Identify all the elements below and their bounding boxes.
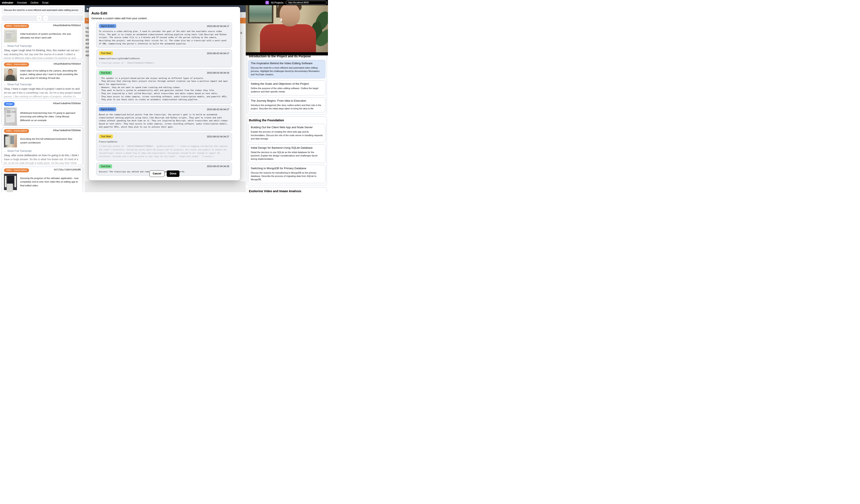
caption: Whiteboard brainstorming how I'm going t… (20, 111, 81, 123)
outline-card-desc: Discuss the need for a more efficient an… (251, 66, 323, 76)
prompt-input[interactable]: Discuss the need for a more efficient an… (2, 7, 83, 14)
entry-header: Agent Action 2023-08-03 04:34:27 (99, 107, 229, 111)
outline-card[interactable]: Switching to MongoDB for Primary Databas… (248, 165, 326, 183)
show-transcript-toggle[interactable]: ⌄ Show Full Transcript (4, 44, 81, 47)
tool-end-badge: Tool End (99, 71, 112, 75)
entry-header: Agent Action 2023-08-03 04:34:17 (99, 24, 229, 28)
chevron-down-icon: ⌄ (4, 150, 6, 152)
outline-group: Building the Foundation Building Out the… (247, 116, 327, 185)
sidebar-toolbar: ✦ + (2, 15, 83, 21)
outline-card-desc: Introduce the protagonist (the story out… (251, 103, 323, 110)
agent-action-badge: Agent Action (99, 107, 116, 111)
drag-handle-icon[interactable]: ⠿ (86, 19, 88, 22)
toggle-label: Show Full Transcript (7, 83, 31, 86)
entry-body: - The speaker is a project-based person … (99, 77, 229, 101)
all-projects-link[interactable]: All Projects (271, 1, 283, 4)
video-thumbnail[interactable] (4, 174, 17, 190)
auto-edit-modal: Auto Edit Generate a custom video edit f… (89, 7, 240, 180)
entry-header: Tool End 2023-08-03 04:34:29 (99, 164, 229, 168)
video-thumbnail[interactable] (4, 68, 17, 81)
content-card[interactable]: image 645ae67edbd644a7f350b0e6 Whiteboar… (2, 100, 83, 126)
person-torso (260, 24, 316, 54)
modal-subtitle: Generate a custom video edit from your c… (91, 17, 240, 20)
outline-card[interactable]: Building Out the Client Web App and Node… (248, 124, 326, 142)
outline-card-desc: Define the purpose of the video editing … (251, 87, 323, 93)
show-transcript-toggle[interactable]: ⌄ Show Full Transcript (4, 83, 81, 86)
content-card[interactable]: video - transcription 645ae5f5dbd644a7f3… (2, 61, 83, 99)
menu-script[interactable]: Script (42, 1, 48, 4)
tool-start-badge: Tool Start (99, 134, 113, 139)
caption: Initial brainstorm of system architectur… (20, 32, 81, 40)
close-icon[interactable]: X (240, 31, 242, 34)
entry-body: Based on the summarized bullet points fr… (99, 113, 229, 128)
generate-button[interactable]: ✦ (37, 16, 41, 21)
video-thumbnail[interactable] (4, 134, 17, 147)
image-thumbnail[interactable] (4, 107, 17, 126)
menu-annotate[interactable]: Annotate (17, 1, 27, 4)
outline-card-selected[interactable]: The Inspiration Behind the Video Editing… (248, 60, 326, 78)
content-id: 645ae5f5dbd644a7f350b0e4 (54, 62, 81, 65)
video-letterbox (246, 52, 328, 55)
video-thumbnail[interactable] (4, 29, 17, 42)
transcript-preview: Okay, I have a super rough idea of a pro… (4, 87, 81, 99)
timestamp: 2023-08-03 04:34:27 (207, 135, 229, 138)
card-header: video - transcription 6471755cc716847e25… (4, 168, 81, 172)
menu-bar: vidmaker Annotate Outline Script ✦ All P… (0, 0, 328, 5)
outline-card-desc: Detail the decision to use SQLite as the… (251, 150, 323, 161)
agent-action-badge: Agent Action (99, 24, 116, 28)
chevron-down-icon: ⌄ (4, 45, 6, 47)
content-card[interactable]: video - transcription 645ae7a6dbd644a7f3… (2, 127, 83, 165)
menu-outline[interactable]: Outline (30, 1, 39, 4)
plus-icon: + (45, 17, 46, 19)
tool-args: {'transcript_content_id': '645ae5f5dbd64… (99, 144, 229, 158)
app-brand: vidmaker (2, 1, 13, 4)
timestamp: 2023-08-03 04:34:19 (207, 72, 229, 74)
modal-footer: Cancel Done (89, 170, 240, 177)
card-header: video - transcription 645ae5f5dbd644a7f3… (4, 62, 81, 67)
transcript-preview: Okay, super rough what I'm thinking. Als… (4, 48, 81, 59)
outline-card-desc: Discuss the reasons for transitioning to… (251, 171, 323, 181)
webcam-video-preview[interactable] (246, 0, 328, 55)
outline-card[interactable]: Setting the Goals and Objectives of the … (248, 80, 326, 95)
toggle-label: Show Full Transcript (7, 149, 31, 153)
done-button[interactable]: Done (167, 170, 180, 177)
outline-card[interactable]: The Journey Begins: From Idea to Executi… (248, 97, 326, 112)
content-id: 6471755cc716847e25653ff9 (54, 168, 81, 171)
sparkle-icon: ✦ (38, 17, 40, 20)
content-card[interactable]: video - transcription 645ae583dbd644a7f3… (2, 23, 83, 59)
menu-bar-right: ✦ All Projects http://localhost:8000 (266, 1, 327, 4)
play-icon[interactable]: ▶ (87, 7, 89, 10)
card-header: video - transcription 645ae583dbd644a7f3… (4, 24, 81, 28)
tool-name: SummarizeTranscriptIntoBulletPoints (99, 57, 229, 60)
timestamp: 2023-08-03 04:34:17 (207, 52, 229, 55)
sparkle-app-icon[interactable]: ✦ (266, 1, 269, 4)
entry-header: Tool End 2023-08-03 04:34:19 (99, 71, 229, 75)
tool-name: TranscriptEditor (99, 140, 229, 143)
content-card[interactable]: video - transcription 6471755cc716847e25… (2, 167, 83, 192)
more-icon[interactable]: ⋯ (240, 19, 243, 22)
entry-header: Tool Start 2023-08-03 04:34:27 (99, 134, 229, 139)
url-input[interactable]: http://localhost:8000 (286, 1, 327, 4)
outline-group-header: Building the Foundation (249, 118, 326, 122)
caption: Describing the first full whiteboard bra… (20, 137, 81, 144)
log-entry-agent-action: Agent Action 2023-08-03 04:34:17 To stru… (96, 22, 232, 47)
content-id: 645ae7a6dbd644a7f350b0eb (53, 129, 81, 131)
log-entry-tool-start: Tool Start 2023-08-03 04:34:27 Transcrip… (96, 133, 232, 160)
content-id: 645ae67edbd644a7f350b0e6 (53, 102, 81, 104)
type-badge: video - transcription (4, 62, 29, 67)
card-body: Describing the first full whiteboard bra… (4, 134, 81, 147)
outline-list: Introduction to the Project and Its Purp… (246, 53, 328, 192)
outline-group-header: Exploring Video and Image Analysis (249, 189, 326, 192)
outline-card-title: The Journey Begins: From Idea to Executi… (251, 99, 323, 103)
outline-panel: Introduction to the Project and Its Purp… (246, 0, 328, 192)
outline-card-title: The Inspiration Behind the Video Editing… (251, 61, 323, 65)
cancel-button[interactable]: Cancel (149, 170, 164, 177)
caption: Initial video of me talking to the camer… (20, 69, 81, 80)
chevron-down-icon: ⌄ (4, 83, 6, 86)
show-transcript-toggle[interactable]: ⌄ Show Full Transcript (4, 149, 81, 153)
outline-card[interactable]: Initial Design for Backend Using SQLite … (248, 144, 326, 163)
add-button[interactable]: + (43, 16, 48, 21)
transcript-preview: Okay, after some deliberation on how I'm… (4, 154, 81, 165)
log-entry-tool-start: Tool Start 2023-08-03 04:34:17 Summarize… (96, 49, 232, 67)
type-badge: image (4, 102, 15, 106)
